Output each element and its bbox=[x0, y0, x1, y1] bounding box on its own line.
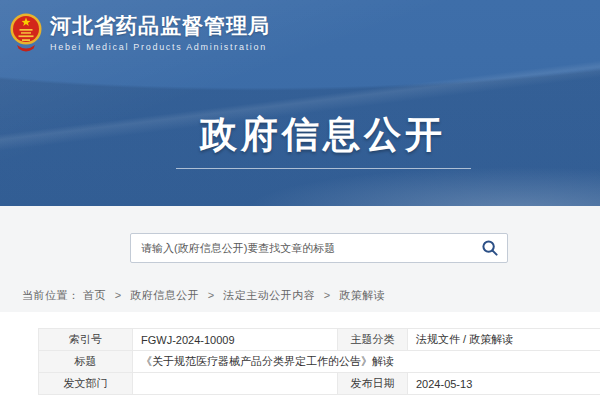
article-info-card: 索引号 FGWJ-2024-10009 主题分类 法规文件 / 政策解读 标题 … bbox=[0, 312, 600, 400]
agency-logo[interactable]: 河北省药品监督管理局 Hebei Medical Products Admini… bbox=[10, 12, 270, 54]
breadcrumb-policy-interpretation[interactable]: 政策解读 bbox=[339, 289, 385, 301]
search-box bbox=[130, 233, 508, 263]
agency-name-en: Hebei Medical Products Administration bbox=[50, 42, 270, 52]
breadcrumb-separator: > bbox=[324, 289, 331, 301]
search-icon bbox=[481, 239, 499, 257]
breadcrumb-gov-info[interactable]: 政府信息公开 bbox=[130, 289, 199, 301]
table-row-title: 标题 《关于规范医疗器械产品分类界定工作的公告》解读 bbox=[39, 351, 600, 373]
publish-date-value: 2024-05-13 bbox=[408, 373, 600, 395]
breadcrumb-legal-disclosure[interactable]: 法定主动公开内容 bbox=[223, 289, 315, 301]
search-input[interactable] bbox=[131, 234, 473, 262]
breadcrumb: 当前位置： 首页 > 政府信息公开 > 法定主动公开内容 > 政策解读 bbox=[22, 288, 385, 303]
china-national-emblem-icon bbox=[10, 12, 42, 54]
article-info-table: 索引号 FGWJ-2024-10009 主题分类 法规文件 / 政策解读 标题 … bbox=[38, 328, 600, 395]
index-number-label: 索引号 bbox=[39, 329, 133, 351]
department-label: 发文部门 bbox=[39, 373, 133, 395]
agency-name-cn: 河北省药品监督管理局 bbox=[50, 14, 270, 37]
category-value: 法规文件 / 政策解读 bbox=[408, 329, 600, 351]
table-row-department-date: 发文部门 发布日期 2024-05-13 bbox=[39, 373, 600, 395]
breadcrumb-separator: > bbox=[208, 289, 215, 301]
search-button[interactable] bbox=[473, 234, 507, 262]
category-label: 主题分类 bbox=[338, 329, 408, 351]
title-value: 《关于规范医疗器械产品分类界定工作的公告》解读 bbox=[133, 351, 600, 373]
page: 河北省药品监督管理局 Hebei Medical Products Admini… bbox=[0, 0, 600, 400]
breadcrumb-separator: > bbox=[115, 289, 122, 301]
index-number-value: FGWJ-2024-10009 bbox=[133, 329, 338, 351]
header-banner: 河北省药品监督管理局 Hebei Medical Products Admini… bbox=[0, 0, 600, 206]
breadcrumb-prefix: 当前位置： bbox=[22, 289, 80, 301]
publish-date-label: 发布日期 bbox=[338, 373, 408, 395]
department-value bbox=[133, 373, 338, 395]
banner-title: 政府信息公开 bbox=[0, 110, 600, 160]
breadcrumb-home[interactable]: 首页 bbox=[83, 289, 106, 301]
agency-titles: 河北省药品监督管理局 Hebei Medical Products Admini… bbox=[50, 14, 270, 51]
title-label: 标题 bbox=[39, 351, 133, 373]
banner-underline bbox=[176, 168, 471, 169]
table-row-index-category: 索引号 FGWJ-2024-10009 主题分类 法规文件 / 政策解读 bbox=[39, 329, 600, 351]
main-section: 当前位置： 首页 > 政府信息公开 > 法定主动公开内容 > 政策解读 索引号 … bbox=[0, 206, 600, 400]
